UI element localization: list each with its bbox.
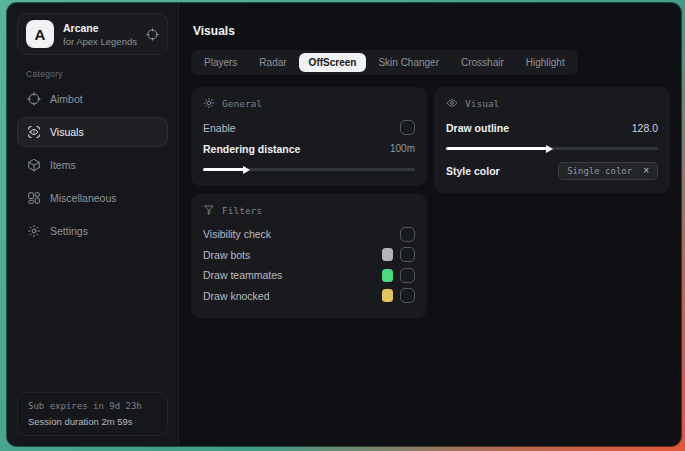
app-window: A Arcane for Apex Legends Category — [7, 3, 681, 446]
style-color-selected-value: Single color — [567, 166, 632, 176]
draw-bots-color-swatch[interactable] — [382, 248, 393, 261]
left-column: General Enable Rendering distance 100m — [191, 87, 427, 318]
sidebar-item-label: Miscellaneous — [50, 192, 117, 204]
session-duration-text: Session duration 2m 59s — [28, 416, 157, 427]
rendering-distance-slider[interactable] — [203, 168, 415, 171]
filter-controls — [382, 268, 415, 283]
layout-dashboard-icon — [27, 191, 41, 205]
package-icon — [27, 158, 41, 172]
draw-outline-slider[interactable] — [446, 147, 658, 150]
sidebar-item-items[interactable]: Items — [17, 150, 168, 180]
sidebar-item-label: Items — [50, 159, 76, 171]
app-header-card: A Arcane for Apex Legends — [17, 13, 168, 55]
rendering-distance-label: Rendering distance — [203, 143, 300, 155]
clear-icon[interactable]: × — [643, 166, 649, 176]
tab-highlight[interactable]: Highlight — [516, 53, 575, 72]
target-icon[interactable] — [146, 28, 159, 41]
general-panel: General Enable Rendering distance 100m — [191, 87, 427, 186]
draw-outline-label: Draw outline — [446, 122, 509, 134]
subscription-info-card: Sub expires in 9d 23h Session duration 2… — [17, 392, 168, 436]
style-color-row: Style color Single color × — [446, 160, 658, 181]
panels-area: General Enable Rendering distance 100m — [191, 87, 670, 318]
draw-teammates-color-swatch[interactable] — [382, 269, 393, 282]
draw-outline-row: Draw outline 128.0 — [446, 117, 658, 138]
general-panel-header: General — [203, 97, 415, 109]
sidebar-item-label: Aimbot — [50, 93, 83, 105]
slider-thumb[interactable] — [243, 166, 250, 174]
visual-panel: Visual Draw outline 128.0 Style color — [434, 87, 670, 193]
sidebar-item-label: Settings — [50, 225, 88, 237]
enable-row: Enable — [203, 117, 415, 138]
panel-title: General — [222, 98, 262, 109]
sidebar-item-label: Visuals — [50, 126, 84, 138]
tab-radar[interactable]: Radar — [249, 53, 296, 72]
sidebar: A Arcane for Apex Legends Category — [7, 3, 179, 446]
sidebar-item-aimbot[interactable]: Aimbot — [17, 84, 168, 114]
visibility-check-label: Visibility check — [203, 228, 271, 240]
draw-teammates-row: Draw teammates — [203, 265, 415, 286]
visibility-check-checkbox[interactable] — [400, 227, 415, 242]
slider-fill — [446, 147, 548, 150]
enable-checkbox[interactable] — [400, 120, 415, 135]
main-content: Visuals Players Radar OffScreen Skin Cha… — [179, 3, 681, 446]
scan-eye-icon — [27, 125, 41, 139]
panel-title: Filters — [222, 205, 262, 216]
sidebar-item-settings[interactable]: Settings — [17, 216, 168, 246]
visibility-check-row: Visibility check — [203, 224, 415, 245]
style-color-select[interactable]: Single color × — [558, 162, 658, 180]
draw-knocked-row: Draw knocked — [203, 286, 415, 307]
slider-fill — [203, 168, 245, 171]
tab-players[interactable]: Players — [194, 53, 247, 72]
draw-bots-checkbox[interactable] — [400, 247, 415, 262]
filters-panel: Filters Visibility check Draw bots — [191, 194, 427, 318]
enable-label: Enable — [203, 122, 236, 134]
tab-offscreen[interactable]: OffScreen — [299, 53, 367, 72]
app-title: Arcane — [63, 22, 137, 34]
draw-knocked-color-swatch[interactable] — [382, 289, 393, 302]
funnel-icon — [203, 204, 215, 216]
gear-icon — [27, 224, 41, 238]
draw-teammates-checkbox[interactable] — [400, 268, 415, 283]
crosshair-icon — [27, 92, 41, 106]
draw-knocked-checkbox[interactable] — [400, 288, 415, 303]
tab-crosshair[interactable]: Crosshair — [451, 53, 514, 72]
eye-icon — [446, 97, 458, 109]
visual-panel-header: Visual — [446, 97, 658, 109]
rendering-distance-value: 100m — [390, 143, 415, 154]
draw-bots-label: Draw bots — [203, 249, 250, 261]
rendering-distance-row: Rendering distance 100m — [203, 138, 415, 159]
sidebar-item-miscellaneous[interactable]: Miscellaneous — [17, 183, 168, 213]
page-title: Visuals — [193, 24, 670, 38]
filter-controls — [382, 247, 415, 262]
desktop-background: A Arcane for Apex Legends Category — [0, 0, 685, 451]
draw-teammates-label: Draw teammates — [203, 269, 282, 281]
filter-controls — [400, 227, 415, 242]
slider-thumb[interactable] — [546, 145, 553, 153]
draw-bots-row: Draw bots — [203, 245, 415, 266]
sub-expires-text: Sub expires in 9d 23h — [28, 401, 157, 411]
app-subtitle: for Apex Legends — [63, 36, 137, 47]
sun-gear-icon — [203, 97, 215, 109]
app-title-block: Arcane for Apex Legends — [63, 22, 137, 47]
right-column: Visual Draw outline 128.0 Style color — [434, 87, 670, 193]
draw-knocked-label: Draw knocked — [203, 290, 270, 302]
filter-controls — [382, 288, 415, 303]
tab-skin-changer[interactable]: Skin Changer — [368, 53, 449, 72]
sidebar-item-visuals[interactable]: Visuals — [17, 117, 168, 147]
app-logo: A — [26, 20, 54, 48]
panel-title: Visual — [465, 98, 499, 109]
style-color-label: Style color — [446, 165, 500, 177]
draw-outline-value: 128.0 — [632, 122, 658, 134]
filters-panel-header: Filters — [203, 204, 415, 216]
tab-bar: Players Radar OffScreen Skin Changer Cro… — [191, 50, 578, 75]
category-label: Category — [26, 69, 168, 79]
